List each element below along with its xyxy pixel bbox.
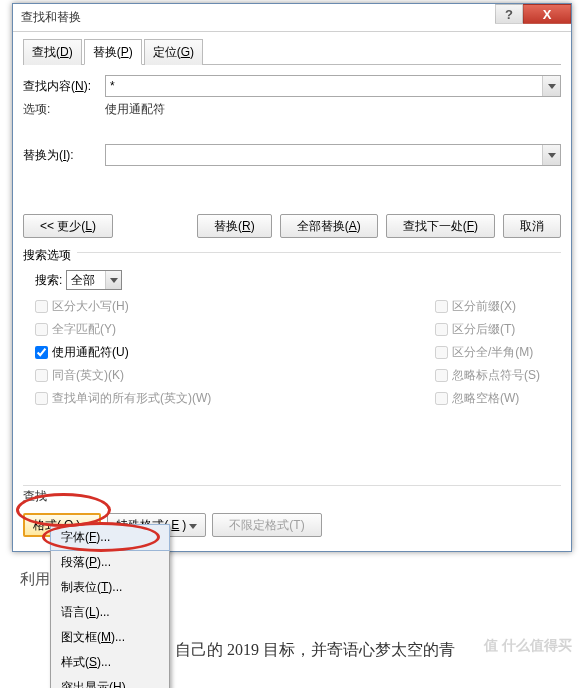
- menu-item-font[interactable]: 字体(F)...: [51, 525, 169, 550]
- tab-goto[interactable]: 定位(G): [144, 39, 203, 65]
- cb-match-case: 区分大小写(H): [35, 298, 435, 315]
- cb-ignore-space: 忽略空格(W): [435, 390, 540, 407]
- background-text-partial: 利用: [20, 570, 50, 589]
- format-dropdown-menu: 字体(F)... 段落(P)... 制表位(T)... 语言(L)... 图文框…: [50, 524, 170, 688]
- checkbox-columns: 区分大小写(H) 全字匹配(Y) 使用通配符(U) 同音(英文)(K) 查找单词…: [35, 298, 561, 407]
- find-label: 查找内容(N):: [23, 78, 105, 95]
- find-replace-dialog: 查找和替换 ? X 查找(D) 替换(P) 定位(G) 查找内容(N): * 选…: [12, 3, 572, 552]
- cb-whole-word: 全字匹配(Y): [35, 321, 435, 338]
- help-button[interactable]: ?: [495, 4, 523, 24]
- search-direction-label: 搜索:: [35, 272, 62, 289]
- replace-dropdown-arrow[interactable]: [542, 145, 560, 165]
- button-row: << 更少(L) 替换(R) 全部替换(A) 查找下一处(F) 取消: [23, 214, 561, 238]
- replace-label: 替换为(I):: [23, 147, 105, 164]
- menu-item-frame[interactable]: 图文框(M)...: [51, 625, 169, 650]
- replace-input-combo[interactable]: [105, 144, 561, 166]
- menu-item-paragraph[interactable]: 段落(P)...: [51, 550, 169, 575]
- watermark: 值 什么值得买: [484, 637, 572, 655]
- checkbox-col-right: 区分前缀(X) 区分后缀(T) 区分全/半角(M) 忽略标点符号(S) 忽略空格…: [435, 298, 540, 407]
- cb-sounds-like: 同音(英文)(K): [35, 367, 435, 384]
- dialog-body: 查找(D) 替换(P) 定位(G) 查找内容(N): * 选项: 使用通配符 替…: [13, 32, 571, 551]
- cb-use-wildcards[interactable]: 使用通配符(U): [35, 344, 435, 361]
- find-next-button[interactable]: 查找下一处(F): [386, 214, 495, 238]
- search-options-fieldset: 搜索选项 搜索: 全部 区分大小写(H) 全字匹配(Y) 使用通配符(U) 同音…: [23, 252, 561, 415]
- tabs: 查找(D) 替换(P) 定位(G): [23, 38, 561, 65]
- search-direction-row: 搜索: 全部: [35, 270, 561, 290]
- tab-replace[interactable]: 替换(P): [84, 39, 142, 65]
- replace-row: 替换为(I):: [23, 144, 561, 166]
- menu-item-language[interactable]: 语言(L)...: [51, 600, 169, 625]
- find-input[interactable]: *: [106, 79, 542, 93]
- search-direction-select[interactable]: 全部: [66, 270, 122, 290]
- search-options-legend: 搜索选项: [23, 248, 77, 262]
- less-button[interactable]: << 更少(L): [23, 214, 113, 238]
- close-button[interactable]: X: [523, 4, 571, 24]
- cancel-button[interactable]: 取消: [503, 214, 561, 238]
- find-input-combo[interactable]: *: [105, 75, 561, 97]
- cb-all-forms: 查找单词的所有形式(英文)(W): [35, 390, 435, 407]
- replace-all-button[interactable]: 全部替换(A): [280, 214, 378, 238]
- menu-item-highlight[interactable]: 突出显示(H): [51, 675, 169, 688]
- find-row: 查找内容(N): *: [23, 75, 561, 97]
- cb-suffix: 区分后缀(T): [435, 321, 540, 338]
- find-section-label: 查找: [23, 485, 561, 505]
- tab-find[interactable]: 查找(D): [23, 39, 82, 65]
- no-format-button: 不限定格式(T): [212, 513, 321, 537]
- dialog-title: 查找和替换: [21, 9, 81, 26]
- checkbox-col-left: 区分大小写(H) 全字匹配(Y) 使用通配符(U) 同音(英文)(K) 查找单词…: [35, 298, 435, 407]
- menu-item-style[interactable]: 样式(S)...: [51, 650, 169, 675]
- options-value: 使用通配符: [105, 101, 165, 118]
- replace-button[interactable]: 替换(R): [197, 214, 272, 238]
- titlebar: 查找和替换 ? X: [13, 4, 571, 32]
- options-row: 选项: 使用通配符: [23, 101, 561, 118]
- find-dropdown-arrow[interactable]: [542, 76, 560, 96]
- menu-item-tabs[interactable]: 制表位(T)...: [51, 575, 169, 600]
- cb-fullwidth: 区分全/半角(M): [435, 344, 540, 361]
- cb-ignore-punct: 忽略标点符号(S): [435, 367, 540, 384]
- window-buttons: ? X: [495, 4, 571, 31]
- cb-prefix: 区分前缀(X): [435, 298, 540, 315]
- chevron-down-icon: [189, 518, 197, 532]
- chevron-down-icon[interactable]: [105, 271, 121, 289]
- background-text-line: 自己的 2019 目标，并寄语心梦太空的青: [175, 640, 455, 661]
- options-label: 选项:: [23, 101, 105, 118]
